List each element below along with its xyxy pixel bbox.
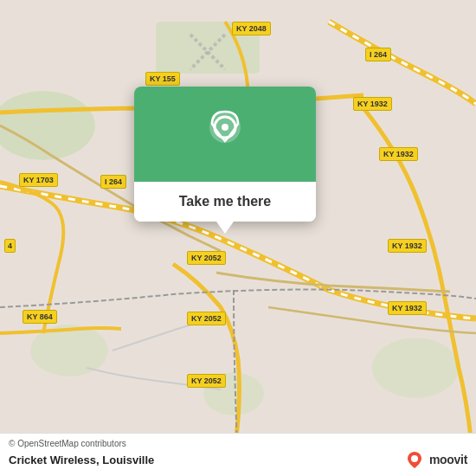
popup-action: Take me there	[134, 182, 316, 222]
popup-map-area	[134, 87, 316, 182]
location-name: Cricket Wireless, Louisville	[9, 453, 154, 466]
moovit-text: moovit	[429, 453, 467, 466]
bottom-bar: © OpenStreetMap contributors Cricket Wir…	[0, 433, 476, 476]
svg-point-10	[222, 124, 228, 131]
map-svg	[0, 0, 476, 476]
moovit-logo: moovit	[405, 450, 467, 469]
map-container: KY 2048 I 264 KY 155 KY 1932 KY 1932 I 2…	[0, 0, 476, 476]
attribution-text: © OpenStreetMap contributors	[9, 439, 467, 448]
popup-card: Take me there	[134, 87, 316, 222]
take-me-button[interactable]: Take me there	[143, 194, 307, 209]
moovit-pin-icon	[405, 450, 424, 469]
svg-point-3	[372, 338, 459, 398]
location-pin-icon	[203, 108, 247, 160]
popup-tail	[216, 222, 234, 234]
location-row: Cricket Wireless, Louisville moovit	[9, 450, 467, 469]
svg-point-11	[411, 455, 418, 462]
svg-point-5	[203, 372, 264, 415]
